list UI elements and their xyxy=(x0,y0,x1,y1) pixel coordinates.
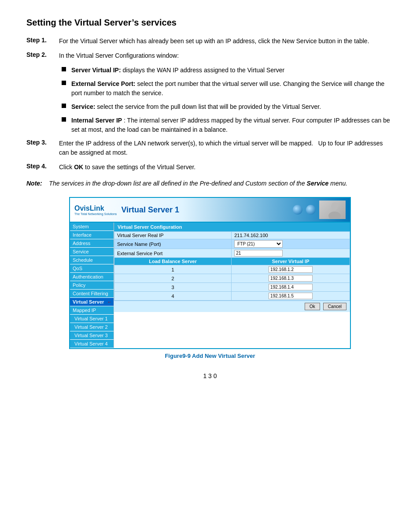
svg-point-0 xyxy=(331,202,338,210)
header-photo xyxy=(319,201,346,219)
value-virtual-server-real-ip: 211.74.162.100 xyxy=(232,232,350,239)
lb-ip-input-4[interactable] xyxy=(269,293,313,299)
sidebar-item-virtual-server-1[interactable]: Virtual Server 1 xyxy=(70,315,114,323)
bullet-square-2 xyxy=(62,81,66,85)
bullet-list: Server Virtual IP: displays the WAN IP a… xyxy=(62,66,394,134)
sidebar-item-virtual-server-4[interactable]: Virtual Server 4 xyxy=(70,340,114,348)
figure-caption: Figure9-9 Add New Virtual Server xyxy=(165,353,255,359)
lb-ip-input-3[interactable] xyxy=(269,284,313,290)
bullet-square-1 xyxy=(62,67,66,71)
lb-ip-3 xyxy=(232,283,350,292)
step-2-block: Step 2. In the Virtual Server Configurat… xyxy=(26,51,394,60)
row-service-name: Service Name (Port) FTP (21) xyxy=(114,239,350,249)
sidebar-item-virtual-server-3[interactable]: Virtual Server 3 xyxy=(70,331,114,340)
value-external-service-port xyxy=(232,249,350,258)
external-service-port-input[interactable] xyxy=(234,250,283,256)
step-4-text: Click OK to save the settings of the Vir… xyxy=(59,163,394,172)
sidebar-item-address[interactable]: Address xyxy=(70,239,114,248)
step-1-block: Step 1. For the Virtual Server which has… xyxy=(26,37,394,46)
note-label: Note: xyxy=(26,180,42,187)
sidebar-item-interface[interactable]: Interface xyxy=(70,231,114,239)
ui-panel: OvisLink The Total Networking Solutions … xyxy=(69,197,351,349)
ui-sidebar: System Interface Address Service Schedul… xyxy=(70,223,114,348)
bullet-square-4 xyxy=(62,117,66,122)
globe-icon-2 xyxy=(306,205,316,215)
step-1-text: For the Virtual Server which has already… xyxy=(59,37,394,46)
ui-panel-wrapper: OvisLink The Total Networking Solutions … xyxy=(26,197,394,359)
cancel-button[interactable]: Cancel xyxy=(323,303,346,310)
lb-row-4: 4 xyxy=(114,292,350,301)
sidebar-item-policy[interactable]: Policy xyxy=(70,281,114,290)
ui-header: OvisLink The Total Networking Solutions … xyxy=(70,198,350,223)
bullet-item-3: Service: select the service from the pul… xyxy=(62,102,394,111)
lb-row-1: 1 xyxy=(114,265,350,274)
globe-icon-1 xyxy=(293,205,302,215)
page-number: 1 3 0 xyxy=(26,372,394,379)
service-name-select[interactable]: FTP (21) xyxy=(234,240,283,248)
lb-num-1: 1 xyxy=(114,265,232,274)
step-4-label: Step 4. xyxy=(26,163,57,170)
step-4-block: Step 4. Click OK to save the settings of… xyxy=(26,163,394,172)
label-external-service-port: External Service Port xyxy=(114,249,232,258)
bullet-item-2: External Service Port: select the port n… xyxy=(62,79,394,98)
sidebar-item-virtual-server[interactable]: Virtual Server ← ← xyxy=(70,298,114,306)
sidebar-item-qos[interactable]: QoS xyxy=(70,264,114,273)
bullet-item-1: Server Virtual IP: displays the WAN IP a… xyxy=(62,66,394,75)
ok-button[interactable]: Ok xyxy=(305,303,320,310)
ovislink-logo: OvisLink The Total Networking Solutions xyxy=(74,204,117,215)
lb-ip-4 xyxy=(232,292,350,301)
lb-num-4: 4 xyxy=(114,292,232,301)
config-table: Virtual Server Real IP 211.74.162.100 Se… xyxy=(114,231,350,301)
step-3-label: Step 3. xyxy=(26,139,57,146)
step-3-block: Step 3. Enter the IP address of the LAN … xyxy=(26,139,394,157)
row-external-service-port: External Service Port xyxy=(114,249,350,258)
content-header: Virtual Server Configuration xyxy=(114,223,350,231)
step-2-label: Step 2. xyxy=(26,51,57,58)
sidebar-item-schedule[interactable]: Schedule xyxy=(70,256,114,264)
label-service-name: Service Name (Port) xyxy=(114,239,232,249)
note-block: Note: The services in the drop-down list… xyxy=(26,179,394,188)
row-virtual-server-real-ip: Virtual Server Real IP 211.74.162.100 xyxy=(114,232,350,239)
lb-ip-1 xyxy=(232,265,350,274)
logo-text: OvisLink xyxy=(74,204,117,212)
bullet-text-2: External Service Port: select the port n… xyxy=(71,79,394,98)
load-balance-header-row: Load Balance Server Server Virtual IP xyxy=(114,258,350,265)
lb-num-2: 2 xyxy=(114,274,232,283)
sidebar-item-mapped-ip[interactable]: Mapped IP xyxy=(70,306,114,315)
lb-ip-input-2[interactable] xyxy=(269,275,313,282)
step-2-text: In the Virtual Server Configurations win… xyxy=(59,51,394,60)
logo-subtitle: The Total Networking Solutions xyxy=(74,212,117,215)
buttons-row: Ok Cancel xyxy=(114,301,350,312)
bullet-square-3 xyxy=(62,104,66,108)
bullet-text-3: Service: select the service from the pul… xyxy=(71,102,394,111)
sidebar-item-virtual-server-2[interactable]: Virtual Server 2 xyxy=(70,323,114,331)
header-title: Virtual Server 1 xyxy=(121,205,293,215)
bullet-text-4: Internal Server IP : The internal server… xyxy=(71,116,394,134)
header-icons xyxy=(293,201,346,219)
sidebar-item-system[interactable]: System xyxy=(70,223,114,231)
lb-row-3: 3 xyxy=(114,283,350,292)
ui-body: System Interface Address Service Schedul… xyxy=(70,223,350,348)
sidebar-item-service[interactable]: Service xyxy=(70,248,114,256)
lb-col2-header: Server Virtual IP xyxy=(232,258,350,265)
label-virtual-server-real-ip: Virtual Server Real IP xyxy=(114,232,232,239)
step-3-text: Enter the IP address of the LAN network … xyxy=(59,139,394,157)
value-service-name: FTP (21) xyxy=(232,239,350,249)
lb-col1-header: Load Balance Server xyxy=(114,258,232,265)
bullet-item-4: Internal Server IP : The internal server… xyxy=(62,116,394,134)
page-title: Setting the Virtual Server’s services xyxy=(26,18,394,28)
lb-ip-2 xyxy=(232,274,350,283)
svg-point-1 xyxy=(328,212,341,219)
sidebar-item-content-filtering[interactable]: Content Filtering xyxy=(70,290,114,298)
ui-content: Virtual Server Configuration Virtual Ser… xyxy=(114,223,350,348)
lb-num-3: 3 xyxy=(114,283,232,292)
lb-ip-input-1[interactable] xyxy=(269,266,313,273)
step-1-label: Step 1. xyxy=(26,37,57,44)
bullet-text-1: Server Virtual IP: displays the WAN IP a… xyxy=(71,66,394,75)
sidebar-item-authentication[interactable]: Authentication xyxy=(70,273,114,281)
lb-row-2: 2 xyxy=(114,274,350,283)
